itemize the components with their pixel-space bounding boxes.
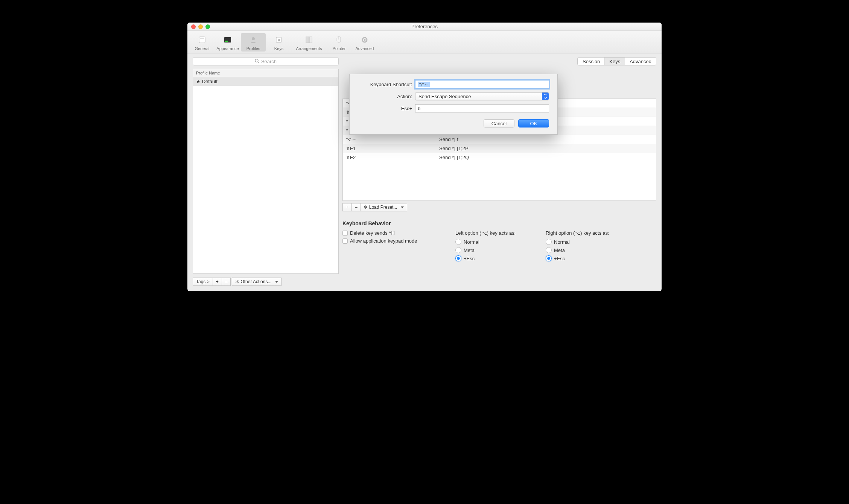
add-mapping-button[interactable]: + (342, 203, 352, 211)
right-option-normal[interactable]: Normal (546, 239, 609, 245)
svg-rect-8 (309, 37, 312, 43)
window-title: Preferences (411, 24, 438, 29)
table-row: ⇧F2Send ^[ [1;2Q (343, 153, 656, 162)
gear-icon: ✻ (235, 279, 239, 284)
chevron-down-icon (542, 93, 549, 100)
shortcut-label: Keyboard Shortcut: (358, 82, 412, 87)
keyboard-behavior-heading: Keyboard Behavior (342, 220, 656, 226)
key-table-actions: + – ✻ Load Preset... (342, 203, 656, 211)
other-actions-label: Other Actions... (240, 279, 271, 284)
toolbar-label: Pointer (333, 46, 346, 51)
search-icon (255, 59, 259, 64)
edit-key-mapping-dialog: Keyboard Shortcut: ⌥← Action: Send Escap… (349, 74, 558, 135)
table-row: ⌥→Send ^[ f (343, 135, 656, 144)
zoom-icon[interactable] (205, 24, 210, 29)
right-option-meta[interactable]: Meta (546, 247, 609, 253)
tab-keys[interactable]: Keys (604, 57, 625, 65)
toolbar-label: Profiles (246, 46, 260, 51)
tab-session[interactable]: Session (578, 57, 604, 65)
action-value: Send Escape Sequence (418, 94, 471, 99)
esc-label: Esc+ (358, 106, 412, 111)
load-preset-button[interactable]: ✻ Load Preset... (361, 203, 408, 211)
toolbar-advanced[interactable]: Advanced (352, 33, 377, 52)
svg-point-13 (255, 59, 258, 62)
shortcut-input[interactable]: ⌥← (415, 80, 549, 88)
cancel-button[interactable]: Cancel (484, 119, 514, 128)
delete-sends-h-checkbox[interactable]: Delete key sends ^H (342, 230, 448, 236)
arrangements-icon (304, 35, 314, 45)
add-profile-button[interactable]: + (213, 278, 222, 286)
tab-advanced[interactable]: Advanced (625, 57, 656, 65)
checkbox[interactable] (342, 231, 348, 236)
remove-mapping-button[interactable]: – (352, 203, 361, 211)
shortcut-value: ⌥← (418, 82, 430, 87)
close-icon[interactable] (191, 24, 196, 29)
toolbar-appearance[interactable]: Appearance (215, 33, 240, 52)
profiles-list: Profile Name ★ Default (193, 69, 339, 274)
svg-text:⌘: ⌘ (277, 38, 281, 42)
left-option-meta[interactable]: Meta (455, 247, 538, 253)
profile-actions: Tags > + – ✻ Other Actions... (193, 278, 339, 286)
tags-button[interactable]: Tags > (193, 278, 213, 286)
left-panel: Search Profile Name ★ Default Tags > + –… (193, 57, 339, 286)
remove-profile-button[interactable]: – (222, 278, 231, 286)
profile-name: Default (202, 79, 218, 84)
svg-rect-3 (225, 41, 228, 42)
keys-icon: ⌘ (274, 35, 284, 45)
titlebar: Preferences (187, 23, 662, 31)
gear-icon: ✻ (364, 205, 368, 210)
toolbar-label: General (195, 46, 209, 51)
general-icon (197, 35, 207, 45)
toolbar-arrangements[interactable]: Arrangements (292, 33, 326, 52)
star-icon: ★ (196, 79, 201, 84)
appearance-icon (222, 35, 233, 45)
toolbar-keys[interactable]: ⌘ Keys (266, 33, 291, 52)
svg-point-4 (252, 37, 255, 40)
toolbar-general[interactable]: General (190, 33, 215, 52)
svg-point-12 (364, 39, 366, 41)
profiles-header: Profile Name (193, 69, 338, 77)
search-input[interactable]: Search (193, 57, 339, 65)
left-option-normal[interactable]: Normal (455, 239, 538, 245)
gear-icon (359, 35, 370, 45)
table-row: ⇧F1Send ^[ [1;2P (343, 144, 656, 153)
preferences-window: Preferences General Appearance Profiles … (187, 23, 662, 291)
pointer-icon (334, 35, 344, 45)
action-label: Action: (358, 94, 412, 99)
svg-line-14 (258, 62, 259, 63)
load-preset-label: Load Preset... (369, 205, 397, 210)
toolbar-profiles[interactable]: Profiles (241, 33, 266, 52)
search-placeholder: Search (261, 59, 277, 64)
svg-rect-7 (306, 37, 309, 43)
traffic-lights (191, 24, 210, 29)
allow-keypad-checkbox[interactable]: Allow application keypad mode (342, 238, 448, 244)
toolbar-label: Arrangements (296, 46, 322, 51)
esc-value: b (418, 106, 420, 111)
checkbox-label: Allow application keypad mode (350, 238, 417, 244)
svg-rect-1 (200, 38, 204, 39)
ok-button[interactable]: OK (518, 119, 549, 128)
toolbar-label: Advanced (356, 46, 374, 51)
right-option-esc[interactable]: +Esc (546, 255, 609, 261)
other-actions-button[interactable]: ✻ Other Actions... (232, 278, 281, 286)
toolbar: General Appearance Profiles ⌘ Keys Arran… (187, 31, 662, 53)
profile-row-default[interactable]: ★ Default (193, 77, 338, 86)
tab-bar: Session Keys Advanced (342, 57, 656, 68)
checkbox[interactable] (342, 238, 348, 244)
left-option-esc[interactable]: +Esc (455, 255, 538, 261)
toolbar-label: Keys (274, 46, 283, 51)
esc-sequence-input[interactable]: b (415, 104, 549, 112)
toolbar-pointer[interactable]: Pointer (327, 33, 351, 52)
minimize-icon[interactable] (198, 24, 203, 29)
right-option-label: Right option (⌥) key acts as: (546, 230, 609, 236)
profiles-icon (248, 35, 259, 45)
action-select[interactable]: Send Escape Sequence (415, 92, 549, 100)
left-option-label: Left option (⌥) key acts as: (455, 230, 538, 236)
toolbar-label: Appearance (216, 46, 239, 51)
checkbox-label: Delete key sends ^H (350, 230, 395, 236)
